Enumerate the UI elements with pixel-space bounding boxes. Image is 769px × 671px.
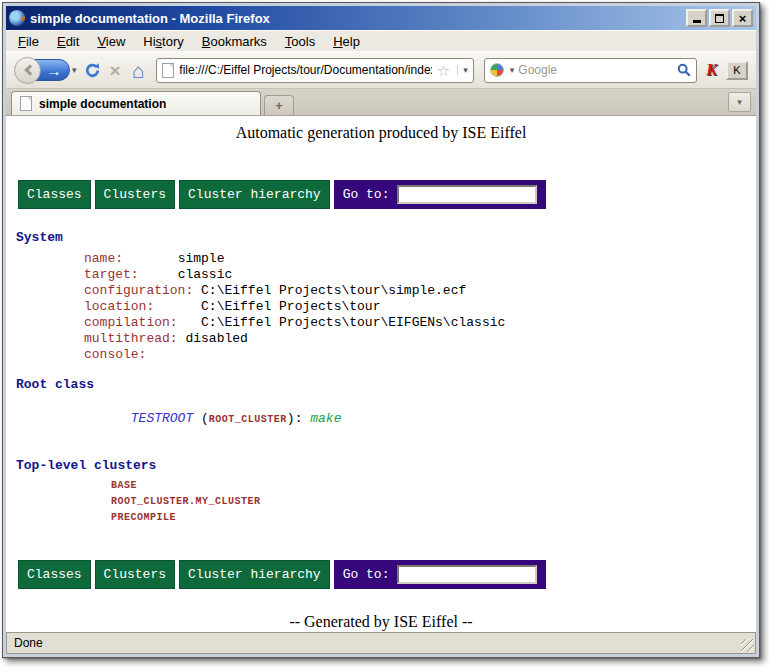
system-row-name: name: simple [6, 251, 756, 267]
status-text: Done [14, 636, 43, 650]
home-button[interactable]: ⌂ [130, 60, 147, 81]
goto-input[interactable] [397, 185, 537, 204]
status-bar: Done [6, 632, 756, 654]
search-input[interactable] [518, 63, 673, 77]
root-class-line: TESTROOT (ROOT_CLUSTER): make [6, 395, 756, 444]
resize-grip[interactable] [741, 639, 754, 652]
cluster-link-my-cluster[interactable]: ROOT_CLUSTER.MY_CLUSTER [6, 494, 756, 510]
system-row-location: location: C:\Eiffel Projects\tour [6, 299, 756, 315]
cluster-link-base[interactable]: BASE [6, 478, 756, 494]
clusters-button-bottom[interactable]: Clusters [95, 560, 175, 589]
root-class-heading: Root class [16, 377, 756, 392]
top-clusters-list: BASE ROOT_CLUSTER.MY_CLUSTER PRECOMPILE [6, 478, 756, 526]
keyboard-layout-label: K [733, 64, 740, 76]
system-row-target: target: classic [6, 267, 756, 283]
cluster-hierarchy-button[interactable]: Cluster hierarchy [179, 180, 330, 209]
goto-label-bottom: Go to: [343, 567, 390, 582]
goto-box: Go to: [334, 180, 547, 209]
url-dropdown-icon[interactable]: ▾ [457, 65, 468, 75]
close-icon: × [739, 12, 747, 25]
system-heading: System [16, 230, 756, 245]
history-dropdown-icon[interactable]: ▾ [72, 65, 77, 75]
bottom-nav-button-row: Classes Clusters Cluster hierarchy Go to… [18, 560, 756, 589]
back-forward-group: → ▾ [14, 57, 77, 84]
stop-button[interactable]: × [108, 61, 123, 80]
menu-file[interactable]: File [9, 32, 48, 51]
system-row-multithread: multithread: disabled [6, 331, 756, 347]
menu-edit[interactable]: Edit [48, 32, 88, 51]
keyboard-layout-button[interactable]: K [726, 61, 748, 80]
top-clusters-heading: Top-level clusters [16, 458, 756, 473]
classes-button-bottom[interactable]: Classes [18, 560, 91, 589]
close-button[interactable]: × [732, 9, 753, 27]
menu-history[interactable]: History [134, 32, 192, 51]
menu-view[interactable]: View [88, 32, 134, 51]
window-title: simple documentation - Mozilla Firefox [30, 11, 681, 26]
goto-input-bottom[interactable] [397, 565, 537, 584]
clusters-button[interactable]: Clusters [95, 180, 175, 209]
reload-button[interactable] [84, 62, 101, 79]
forward-icon: → [47, 63, 62, 78]
menu-bookmarks[interactable]: Bookmarks [193, 32, 276, 51]
back-icon [24, 64, 35, 75]
firefox-window: simple documentation - Mozilla Firefox ×… [2, 2, 760, 658]
tab-bar: simple documentation + ▾ [6, 89, 756, 116]
google-engine-icon[interactable] [490, 63, 504, 77]
back-button[interactable] [14, 57, 41, 84]
minimize-button[interactable] [686, 9, 707, 27]
cluster-link-precompile[interactable]: PRECOMPILE [6, 510, 756, 526]
url-input[interactable] [179, 63, 431, 77]
search-magnifier-icon[interactable] [677, 63, 691, 77]
list-all-tabs-icon: ▾ [737, 97, 742, 107]
minimize-icon [693, 20, 701, 23]
root-feature-link[interactable]: make [310, 411, 341, 426]
tab-label: simple documentation [39, 97, 166, 111]
stop-icon: × [110, 61, 121, 80]
bookmark-star-icon[interactable]: ☆ [437, 63, 450, 78]
titlebar[interactable]: simple documentation - Mozilla Firefox × [6, 6, 756, 30]
maximize-button[interactable] [709, 9, 730, 27]
new-tab-button[interactable]: + [264, 95, 294, 115]
system-row-configuration: configuration: C:\Eiffel Projects\tour\s… [6, 283, 756, 299]
page-header-text: Automatic generation produced by ISE Eif… [6, 124, 756, 142]
navigation-toolbar: → ▾ × ⌂ ☆ ▾ ▾ K K [6, 51, 756, 89]
new-tab-icon: + [275, 98, 283, 113]
root-cluster-link[interactable]: ROOT_CLUSTER [209, 414, 287, 425]
root-class-link[interactable]: TESTROOT [131, 411, 193, 426]
kaspersky-icon[interactable]: K [704, 61, 719, 79]
menubar: File Edit View History Bookmarks Tools H… [6, 30, 756, 51]
goto-label: Go to: [343, 187, 390, 202]
url-bar: ☆ ▾ [156, 58, 473, 83]
goto-box-bottom: Go to: [334, 560, 547, 589]
tab-page-icon [20, 96, 32, 111]
classes-button[interactable]: Classes [18, 180, 91, 209]
firefox-icon [9, 10, 25, 26]
home-icon: ⌂ [132, 60, 145, 81]
top-nav-button-row: Classes Clusters Cluster hierarchy Go to… [18, 180, 756, 209]
search-engine-dropdown-icon[interactable]: ▾ [510, 65, 515, 75]
menu-help[interactable]: Help [324, 32, 369, 51]
menu-tools[interactable]: Tools [276, 32, 324, 51]
tab-simple-documentation[interactable]: simple documentation [11, 91, 261, 115]
system-row-console: console: [6, 347, 756, 363]
page-content: Automatic generation produced by ISE Eif… [6, 116, 756, 632]
cluster-hierarchy-button-bottom[interactable]: Cluster hierarchy [179, 560, 330, 589]
list-all-tabs-button[interactable]: ▾ [728, 92, 751, 112]
window-controls: × [686, 9, 753, 27]
search-box: ▾ [484, 58, 698, 83]
page-icon [162, 63, 174, 78]
reload-icon [84, 62, 101, 79]
system-rows: name: simple target: classic configurati… [6, 251, 756, 363]
system-row-compilation: compilation: C:\Eiffel Projects\tour\EIF… [6, 315, 756, 331]
maximize-icon [715, 14, 724, 23]
generated-by-text: -- Generated by ISE Eiffel -- [6, 613, 756, 631]
